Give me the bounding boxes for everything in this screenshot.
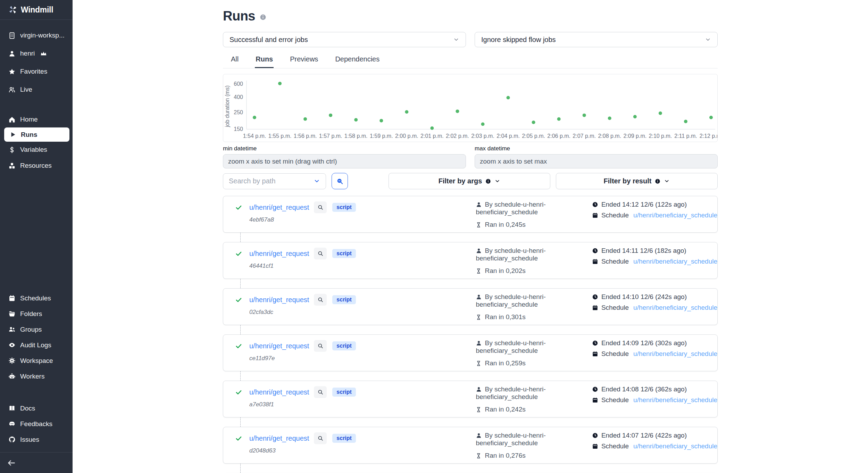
run-ended-at: Ended 14:08 12/6 (362s ago) <box>592 385 717 393</box>
chart-point[interactable] <box>709 116 713 119</box>
filter-by-args-button[interactable]: Filter by args <box>389 173 550 189</box>
run-row[interactable]: u/henri/get_requestscriptce11d97eBy sche… <box>223 334 718 371</box>
sidebar-item-workspace[interactable]: Workspace <box>0 353 73 368</box>
chart-point[interactable] <box>633 115 637 118</box>
run-path-link[interactable]: u/henri/get_request <box>249 204 309 211</box>
app-logo-label: Windmill <box>21 5 53 15</box>
sidebar-item-label: henri <box>20 50 35 57</box>
run-search-button[interactable] <box>314 294 327 306</box>
chart-point[interactable] <box>557 117 561 121</box>
sidebar-item-virgin-worksp[interactable]: virgin-worksp... <box>0 26 73 44</box>
run-row[interactable]: u/henri/get_requestscript46441cf1By sche… <box>223 242 718 279</box>
chart-point[interactable] <box>583 114 586 117</box>
job-kind-select[interactable]: Successful and error jobs <box>223 32 466 47</box>
tab-previews[interactable]: Previews <box>289 53 319 68</box>
run-search-button[interactable] <box>314 248 327 259</box>
tab-all[interactable]: All <box>230 53 239 68</box>
sidebar-item-variables[interactable]: Variables <box>0 142 73 158</box>
run-search-button[interactable] <box>314 340 327 352</box>
chart-point[interactable] <box>329 114 332 117</box>
runs-duration-chart[interactable]: 150250400600job duration (ms)1:54 p.m.1:… <box>223 74 718 142</box>
chart-point[interactable] <box>684 120 687 123</box>
sidebar-main-group: HomeRunsVariablesResources <box>0 111 73 174</box>
run-schedule: Scheduleu/henri/beneficiary_schedule <box>592 304 717 312</box>
page-title: Runs <box>223 9 255 24</box>
sidebar-item-henri[interactable]: henri <box>0 44 73 63</box>
windmill-logo-icon <box>8 5 17 14</box>
schedule-link[interactable]: u/henri/beneficiary_schedule <box>633 442 717 450</box>
schedule-link[interactable]: u/henri/beneficiary_schedule <box>633 350 717 358</box>
chart-point[interactable] <box>481 123 485 126</box>
chart-point[interactable] <box>507 96 510 99</box>
max-datetime-input[interactable] <box>475 154 718 168</box>
search-by-path-select[interactable]: Search by path <box>223 173 326 189</box>
run-path-link[interactable]: u/henri/get_request <box>249 434 309 442</box>
filter-by-result-button[interactable]: Filter by result <box>556 173 718 189</box>
schedule-link[interactable]: u/henri/beneficiary_schedule <box>633 258 717 265</box>
arrow-left-icon[interactable] <box>7 458 16 467</box>
chart-point[interactable] <box>456 109 459 113</box>
sidebar-item-home[interactable]: Home <box>0 111 73 127</box>
clock-icon <box>592 201 598 208</box>
tab-runs[interactable]: Runs <box>255 53 274 68</box>
run-connector-line <box>240 417 241 427</box>
schedule-link[interactable]: u/henri/beneficiary_schedule <box>633 211 717 219</box>
chart-point[interactable] <box>532 121 535 124</box>
chart-point[interactable] <box>253 116 256 119</box>
chevron-down-icon <box>453 36 459 43</box>
schedule-link[interactable]: u/henri/beneficiary_schedule <box>633 396 717 404</box>
sidebar-item-audit-logs[interactable]: Audit Logs <box>0 337 73 353</box>
chart-point[interactable] <box>379 119 383 122</box>
run-ended-text: Ended 14:09 12/6 (302s ago) <box>601 339 687 347</box>
run-path-link[interactable]: u/henri/get_request <box>249 342 309 350</box>
min-datetime-input[interactable] <box>223 154 466 168</box>
skipped-flows-select[interactable]: Ignore skipped flow jobs <box>475 32 718 47</box>
chart-point[interactable] <box>430 126 434 130</box>
chart-point[interactable] <box>405 110 408 114</box>
chart-point[interactable] <box>303 117 307 121</box>
sidebar-item-live[interactable]: Live <box>0 81 73 99</box>
run-triggered-by: By schedule-u-henri-beneficiary_schedule <box>476 201 556 216</box>
y-tick-label: 400 <box>234 94 243 100</box>
sidebar-item-docs[interactable]: Docs <box>0 400 73 416</box>
run-ended-at: Ended 14:12 12/6 (122s ago) <box>592 201 717 208</box>
schedule-link[interactable]: u/henri/beneficiary_schedule <box>633 304 717 312</box>
zoom-out-button[interactable] <box>332 173 348 189</box>
sidebar-item-runs[interactable]: Runs <box>4 127 69 142</box>
chart-point[interactable] <box>659 111 662 115</box>
run-search-button[interactable] <box>314 432 327 444</box>
x-tick-label: 2:12 p.m. <box>700 133 717 139</box>
sidebar-item-favorites[interactable]: Favorites <box>0 63 73 81</box>
tab-dependencies[interactable]: Dependencies <box>334 53 380 68</box>
run-row[interactable]: u/henri/get_requestscripta7e038f1By sche… <box>223 381 718 417</box>
run-path-link[interactable]: u/henri/get_request <box>249 388 309 396</box>
run-search-button[interactable] <box>314 386 327 398</box>
run-row[interactable]: u/henri/get_requestscript02cfa3dcBy sche… <box>223 288 718 325</box>
script-badge: script <box>332 295 356 304</box>
sidebar-item-feedbacks[interactable]: Feedbacks <box>0 416 73 432</box>
info-icon[interactable] <box>260 14 266 20</box>
x-tick-label: 1:55 p.m. <box>268 133 292 139</box>
sidebar-item-folders[interactable]: Folders <box>0 306 73 322</box>
run-schedule: Scheduleu/henri/beneficiary_schedule <box>592 211 717 219</box>
sidebar-item-schedules[interactable]: Schedules <box>0 290 73 306</box>
run-row[interactable]: u/henri/get_requestscript4ebf67a8By sche… <box>223 196 718 233</box>
run-row[interactable]: u/henri/get_requestscriptd2048d63By sche… <box>223 427 718 464</box>
chart-point[interactable] <box>354 118 358 122</box>
chart-point[interactable] <box>608 116 611 120</box>
schedule-label: Schedule <box>601 258 629 265</box>
calendar-icon <box>592 212 598 218</box>
sidebar-item-issues[interactable]: Issues <box>0 432 73 447</box>
run-search-button[interactable] <box>314 201 327 213</box>
sidebar-item-workers[interactable]: Workers <box>0 368 73 384</box>
book-icon <box>8 405 16 412</box>
run-path-link[interactable]: u/henri/get_request <box>249 250 309 258</box>
app-logo[interactable]: Windmill <box>0 0 73 20</box>
sidebar-item-groups[interactable]: Groups <box>0 322 73 337</box>
run-path-link[interactable]: u/henri/get_request <box>249 296 309 304</box>
run-duration: Ran in 0,259s <box>476 359 592 367</box>
sidebar-item-resources[interactable]: Resources <box>0 158 73 174</box>
chart-point[interactable] <box>278 82 282 85</box>
run-triggered-by: By schedule-u-henri-beneficiary_schedule <box>476 247 556 262</box>
building-icon <box>8 32 16 39</box>
